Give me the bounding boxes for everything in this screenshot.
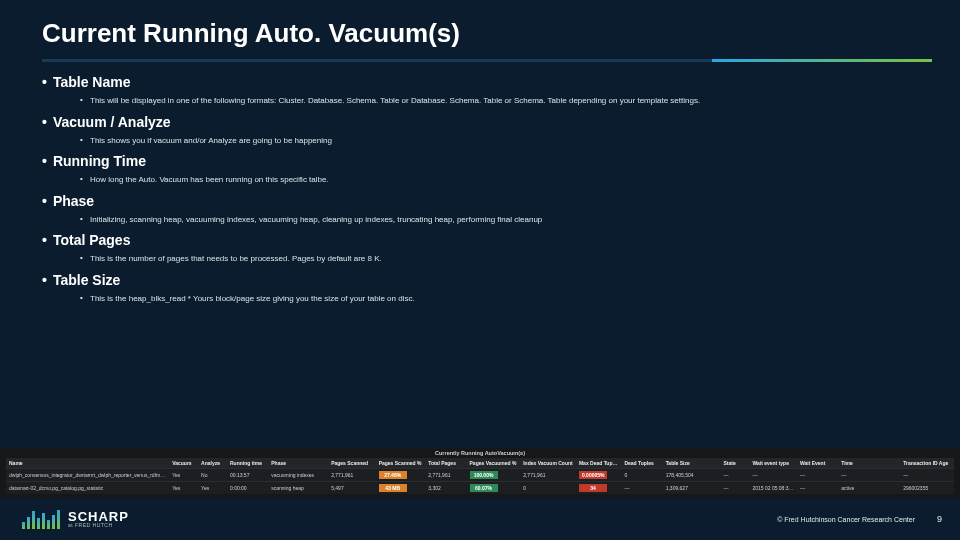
- slide-title: Current Running Auto. Vacuum(s): [0, 0, 960, 59]
- table-cell: —: [900, 469, 954, 482]
- table-cell: —: [721, 469, 750, 482]
- page-number: 9: [937, 514, 942, 524]
- table-header: Dead Tuples: [621, 458, 662, 469]
- footer: SCHARP at FRED HUTCH © Fred Hutchinson C…: [0, 498, 960, 540]
- table-header: Max Dead Tuples: [576, 458, 621, 469]
- table-header: Phase: [268, 458, 328, 469]
- list-item: •Running TimeHow long the Auto. Vacuum h…: [42, 153, 932, 189]
- table-header: Running time: [227, 458, 268, 469]
- item-description: This shows you if vacuum and/or Analyze …: [42, 130, 932, 150]
- table-cell: 100.00%: [467, 469, 521, 482]
- table-cell: scanning heap: [268, 482, 328, 495]
- item-description: How long the Auto. Vacuum has been runni…: [42, 169, 932, 189]
- table-cell: —: [721, 482, 750, 495]
- table-row: dwlph_consensus_integrator_dwrtarnrt_dwl…: [6, 469, 954, 482]
- item-description: This is the number of pages that needs t…: [42, 248, 932, 268]
- item-description: Initializing, scanning heap, vacuuming i…: [42, 209, 932, 229]
- table-cell: 00:13:57: [227, 469, 268, 482]
- list-item: •Vacuum / AnalyzeThis shows you if vacuu…: [42, 114, 932, 150]
- table-cell: —: [797, 469, 838, 482]
- table-cell: —: [838, 469, 900, 482]
- table-header: Name: [6, 458, 169, 469]
- logo: SCHARP at FRED HUTCH: [22, 509, 129, 529]
- item-title: •Total Pages: [42, 232, 932, 248]
- table-cell: Yes: [169, 469, 198, 482]
- table-header: Index Vacuum Count: [520, 458, 576, 469]
- table-cell: 27.48%: [376, 469, 426, 482]
- table-header-row: NameVacuumAnalyzeRunning timePhasePages …: [6, 458, 954, 469]
- divider-rule: [42, 59, 932, 62]
- table-cell: Yes: [198, 482, 227, 495]
- table-cell: —: [749, 469, 797, 482]
- table-header: Analyze: [198, 458, 227, 469]
- table-header: Pages Scanned %: [376, 458, 426, 469]
- table-cell: active: [838, 482, 900, 495]
- table-cell: No: [198, 469, 227, 482]
- status-badge: 60.07%: [470, 484, 498, 492]
- table-cell: 2015 02 05 08:30:50: [749, 482, 797, 495]
- table-cell: 2,771,961: [328, 469, 376, 482]
- screenshot-title: Currently Running AutoVacuum(s): [6, 448, 954, 458]
- item-title: •Table Name: [42, 74, 932, 90]
- table-header: Time: [838, 458, 900, 469]
- table-header: Vacuum: [169, 458, 198, 469]
- table-cell: 60.07%: [467, 482, 521, 495]
- table-cell: vacuuming indexes: [268, 469, 328, 482]
- table-cell: 0: [621, 469, 662, 482]
- screenshot-panel: Currently Running AutoVacuum(s) NameVacu…: [0, 448, 960, 498]
- logo-bars-icon: [22, 509, 60, 529]
- table-header: Table Size: [663, 458, 721, 469]
- table-header: Wait Event: [797, 458, 838, 469]
- table-cell: 0:00:00: [227, 482, 268, 495]
- table-header: Total Pages: [425, 458, 466, 469]
- copyright-text: © Fred Hutchinson Cancer Research Center: [777, 516, 915, 523]
- item-title: •Table Size: [42, 272, 932, 288]
- item-title: •Phase: [42, 193, 932, 209]
- table-cell: —: [621, 482, 662, 495]
- table-cell: dwlph_consensus_integrator_dwrtarnrt_dwl…: [6, 469, 169, 482]
- screenshot-table: NameVacuumAnalyzeRunning timePhasePages …: [6, 458, 954, 494]
- table-header: Pages Scanned: [328, 458, 376, 469]
- table-header: Wait event type: [749, 458, 797, 469]
- table-cell: 43 MB: [376, 482, 426, 495]
- table-cell: datamart-02_dcmo.pg_catalog.pg_statistic: [6, 482, 169, 495]
- table-header: Pages Vacuumed %: [467, 458, 521, 469]
- table-cell: 2,771,961: [520, 469, 576, 482]
- item-title: •Vacuum / Analyze: [42, 114, 932, 130]
- list-item: •PhaseInitializing, scanning heap, vacuu…: [42, 193, 932, 229]
- item-description: This is the heap_blks_read * Yours block…: [42, 288, 932, 308]
- table-cell: 2,771,961: [425, 469, 466, 482]
- status-badge: 0.00005%: [579, 471, 608, 479]
- table-cell: Yes: [169, 482, 198, 495]
- table-cell: 34: [576, 482, 621, 495]
- content-list: •Table NameThis will be displayed in one…: [0, 74, 960, 308]
- status-badge: 27.48%: [379, 471, 407, 479]
- table-cell: 0: [520, 482, 576, 495]
- status-badge: 43 MB: [379, 484, 407, 492]
- table-cell: 178,405,504: [663, 469, 721, 482]
- table-cell: —: [797, 482, 838, 495]
- table-header: State: [721, 458, 750, 469]
- status-badge: 34: [579, 484, 607, 492]
- logo-subtitle: at FRED HUTCH: [68, 523, 129, 528]
- list-item: •Table SizeThis is the heap_blks_read * …: [42, 272, 932, 308]
- table-cell: 0.00005%: [576, 469, 621, 482]
- item-title: •Running Time: [42, 153, 932, 169]
- status-badge: 100.00%: [470, 471, 498, 479]
- table-cell: 1,309,627: [663, 482, 721, 495]
- table-cell: 3,302: [425, 482, 466, 495]
- table-row: datamart-02_dcmo.pg_catalog.pg_statistic…: [6, 482, 954, 495]
- item-description: This will be displayed in one of the fol…: [42, 90, 932, 110]
- table-header: Transaction ID Age: [900, 458, 954, 469]
- table-cell: 296002355: [900, 482, 954, 495]
- table-cell: 5,497: [328, 482, 376, 495]
- list-item: •Total PagesThis is the number of pages …: [42, 232, 932, 268]
- list-item: •Table NameThis will be displayed in one…: [42, 74, 932, 110]
